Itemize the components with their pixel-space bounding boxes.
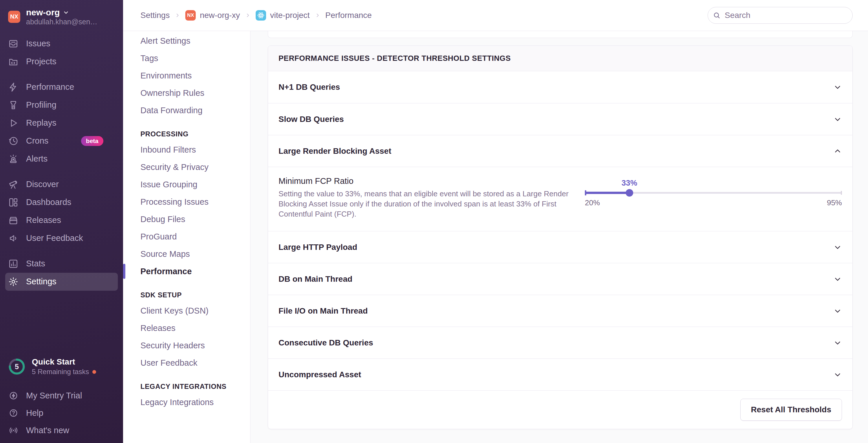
settings-nav: Alert SettingsTagsEnvironmentsOwnership … <box>123 31 250 443</box>
breadcrumb-item-settings[interactable]: Settings <box>141 11 170 20</box>
nav-group-header-sdk-setup: SDK SETUP <box>141 291 242 299</box>
sidebar-item-my-sentry-trial[interactable]: My Sentry Trial <box>0 387 123 404</box>
dashboards-icon <box>8 197 19 208</box>
settings-nav-item-environments[interactable]: Environments <box>123 67 250 84</box>
help-icon <box>8 408 19 418</box>
nav-group-header-processing: PROCESSING <box>141 130 242 138</box>
sidebar-item-discover[interactable]: Discover <box>0 176 123 193</box>
sidebar-item-label: User Feedback <box>26 233 83 243</box>
accordion-row-consecutive-db-queries[interactable]: Consecutive DB Queries <box>268 326 852 358</box>
row-title: Slow DB Queries <box>279 115 344 124</box>
breadcrumb-label: Performance <box>326 11 372 20</box>
settings-nav-item-tags[interactable]: Tags <box>123 50 250 67</box>
settings-nav-item-source-maps[interactable]: Source Maps <box>123 245 250 263</box>
settings-nav-item-performance[interactable]: Performance <box>123 263 250 280</box>
accordion-row-uncompressed-asset[interactable]: Uncompressed Asset <box>268 358 852 390</box>
settings-nav-item-security-headers[interactable]: Security Headers <box>123 337 250 354</box>
accordion-row-slow-db-queries[interactable]: Slow DB Queries <box>268 103 852 135</box>
fcp-slider[interactable]: 33%20%95% <box>585 179 842 208</box>
settings-nav-item-data-forwarding[interactable]: Data Forwarding <box>123 102 250 119</box>
active-indicator <box>123 264 125 279</box>
settings-nav-item-user-feedback[interactable]: User Feedback <box>123 354 250 372</box>
global-search <box>708 7 852 24</box>
replays-icon <box>8 118 19 128</box>
nav-group-header-legacy-integrations: LEGACY INTEGRATIONS <box>141 382 242 390</box>
whats-new-icon <box>8 425 19 436</box>
quick-start[interactable]: 5 Quick Start 5 Remaining tasks <box>0 352 123 381</box>
sidebar-item-issues[interactable]: Issues <box>0 35 123 53</box>
row-title: Large Render Blocking Asset <box>279 147 392 156</box>
settings-nav-item-alert-settings[interactable]: Alert Settings <box>123 32 250 50</box>
org-name: new-org <box>26 7 60 18</box>
chevron-right-icon <box>174 12 181 19</box>
chevron-down-icon <box>833 370 842 379</box>
alerts-icon <box>8 154 19 164</box>
settings-nav-label: Security & Privacy <box>141 162 209 172</box>
settings-nav-label: Environments <box>141 71 192 81</box>
discover-icon <box>8 179 19 190</box>
settings-nav-item-proguard[interactable]: ProGuard <box>123 228 250 245</box>
org-switcher[interactable]: NX new-org abdullah.khan@sen… <box>0 0 123 32</box>
quick-start-title: Quick Start <box>32 357 96 367</box>
slider-value-label: 33% <box>622 179 637 188</box>
topbar: SettingsNXnew-org-xyvite-projectPerforma… <box>123 0 868 31</box>
sidebar-section: IssuesProjects <box>0 35 123 71</box>
settings-nav-label: Ownership Rules <box>141 88 205 98</box>
card-footer: Reset All Thresholds <box>268 390 852 429</box>
sidebar-item-settings[interactable]: Settings <box>5 273 118 291</box>
settings-nav-label: Alert Settings <box>141 36 190 46</box>
accordion-row-file-i-o-on-main-thread[interactable]: File I/O on Main Thread <box>268 295 852 326</box>
settings-nav-label: Inbound Filters <box>141 145 196 155</box>
chevron-down-icon <box>63 9 69 15</box>
accordion-row-db-on-main-thread[interactable]: DB on Main Thread <box>268 263 852 295</box>
row-title: N+1 DB Queries <box>279 83 340 92</box>
sidebar-item-replays[interactable]: Replays <box>0 114 123 132</box>
settings-nav-item-legacy-integrations[interactable]: Legacy Integrations <box>123 393 250 411</box>
chevron-down-icon <box>833 307 842 315</box>
sidebar-item-releases[interactable]: Releases <box>0 211 123 229</box>
sidebar-item-stats[interactable]: Stats <box>0 255 123 273</box>
accordion-row-large-render-blocking-asset[interactable]: Large Render Blocking Asset <box>268 135 852 167</box>
row-title: DB on Main Thread <box>279 275 352 284</box>
sidebar-item-label: Settings <box>26 277 57 286</box>
breadcrumb-item-vite-project[interactable]: vite-project <box>256 10 310 21</box>
sidebar-item-what-s-new[interactable]: What's new <box>0 421 123 439</box>
settings-nav-label: ProGuard <box>141 232 177 242</box>
search-input[interactable] <box>708 7 852 24</box>
slider-thumb[interactable] <box>626 189 633 197</box>
org-badge: NX <box>185 10 196 21</box>
sidebar-item-label: Crons <box>26 136 48 146</box>
sidebar-item-label: What's new <box>26 425 69 435</box>
settings-nav-item-processing-issues[interactable]: Processing Issues <box>123 193 250 211</box>
settings-nav-item-ownership-rules[interactable]: Ownership Rules <box>123 84 250 102</box>
settings-nav-label: User Feedback <box>141 358 197 368</box>
quick-start-progress-ring: 5 <box>8 358 26 375</box>
org-email: abdullah.khan@sen… <box>26 18 97 26</box>
stats-icon <box>8 259 19 269</box>
accordion-row-n-1-db-queries[interactable]: N+1 DB Queries <box>268 71 852 103</box>
settings-nav-item-inbound-filters[interactable]: Inbound Filters <box>123 141 250 158</box>
sidebar-item-user-feedback[interactable]: User Feedback <box>0 229 123 247</box>
sidebar-item-projects[interactable]: Projects <box>0 53 123 71</box>
chevron-down-icon <box>833 339 842 347</box>
sidebar-item-profiling[interactable]: Profiling <box>0 96 123 114</box>
sidebar-item-crons[interactable]: Cronsbeta <box>0 132 123 150</box>
settings-nav-item-client-keys-dsn[interactable]: Client Keys (DSN) <box>123 302 250 319</box>
project-badge <box>256 10 266 21</box>
reset-thresholds-button[interactable]: Reset All Thresholds <box>740 399 842 421</box>
breadcrumb-item-new-org-xy[interactable]: NXnew-org-xy <box>185 10 240 21</box>
sidebar-item-dashboards[interactable]: Dashboards <box>0 193 123 211</box>
settings-nav-item-debug-files[interactable]: Debug Files <box>123 211 250 228</box>
sidebar-item-performance[interactable]: Performance <box>0 78 123 96</box>
sidebar-item-alerts[interactable]: Alerts <box>0 150 123 168</box>
settings-nav-item-issue-grouping[interactable]: Issue Grouping <box>123 176 250 193</box>
breadcrumb-item-performance[interactable]: Performance <box>326 11 372 20</box>
row-title: Consecutive DB Queries <box>279 338 373 347</box>
settings-nav-label: Client Keys (DSN) <box>141 306 209 316</box>
accordion-row-large-http-payload[interactable]: Large HTTP Payload <box>268 231 852 263</box>
sidebar-item-help[interactable]: Help <box>0 404 123 421</box>
sidebar-nav: IssuesProjectsPerformanceProfilingReplay… <box>0 32 123 291</box>
settings-nav-item-releases[interactable]: Releases <box>123 319 250 337</box>
settings-nav-item-security-privacy[interactable]: Security & Privacy <box>123 158 250 176</box>
chevron-down-icon <box>833 83 842 92</box>
